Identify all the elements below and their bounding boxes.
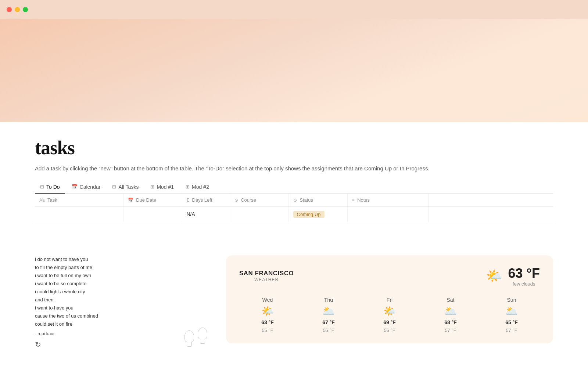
sigma-icon: Σ (187, 198, 189, 203)
forecast-day-fri: Fri 🌤️ 69 °F 56 °F (361, 297, 418, 333)
cell-course[interactable] (230, 206, 288, 222)
circle-icon: ⊙ (234, 198, 238, 203)
bulb-globe-2 (198, 328, 207, 339)
hero-banner (0, 19, 588, 122)
forecast-icon: 🌥️ (322, 305, 335, 317)
col-header-task: Aa Task (35, 194, 123, 207)
page-title: tasks (35, 137, 553, 159)
maximize-button[interactable] (23, 7, 28, 12)
col-header-course: ⊙ Course (230, 194, 288, 207)
table-icon-2: ⊞ (112, 184, 116, 190)
weather-icon-main: 🌤️ (486, 269, 502, 283)
forecast-lo: 56 °F (384, 328, 395, 333)
weather-city: SAN FRANCISCO (239, 270, 294, 277)
forecast-day-sat: Sat 🌥️ 68 °F 57 °F (422, 297, 479, 333)
cell-due[interactable] (123, 206, 182, 222)
forecast-day-name: Sun (507, 297, 516, 303)
quote-card: i do not want to have youto fill the emp… (35, 255, 211, 349)
text-icon: Aa (39, 198, 45, 203)
minimize-button[interactable] (15, 7, 20, 12)
forecast-day-name: Sat (447, 297, 454, 303)
titlebar (0, 0, 588, 19)
status-badge: Coming Up (293, 211, 325, 218)
bulb-globe-1 (184, 330, 194, 342)
notes-icon: ≡ (352, 198, 355, 203)
weather-location: SAN FRANCISCO WEATHER (239, 270, 294, 282)
forecast-lo: 55 °F (262, 328, 273, 333)
calendar-col-icon: 📅 (128, 198, 133, 203)
lightbulb-decoration (184, 328, 208, 349)
bulb-1 (184, 330, 194, 349)
forecast-hi: 63 °F (261, 319, 274, 325)
forecast-day-sun: Sun 🌥️ 65 °F 57 °F (483, 297, 540, 333)
bulb-base-1 (187, 342, 192, 347)
tab-calendar[interactable]: 📅 Calendar (67, 181, 106, 194)
forecast-day-name: Thu (324, 297, 333, 303)
tasks-table: Aa Task 📅 Due Date Σ Days Left ⊙ Course … (35, 194, 553, 222)
table-icon-4: ⊞ (186, 184, 190, 190)
calendar-icon: 📅 (72, 184, 78, 190)
col-header-due: 📅 Due Date (123, 194, 182, 207)
col-header-days: Σ Days Left (182, 194, 230, 207)
cell-notes[interactable] (347, 206, 428, 222)
tab-mod1[interactable]: ⊞ Mod #1 (145, 181, 179, 194)
weather-card: SAN FRANCISCO WEATHER 🌤️ 63 °F few cloud… (226, 255, 553, 343)
bulb-2 (197, 328, 208, 346)
col-header-extra (428, 194, 553, 207)
forecast-lo: 57 °F (445, 328, 456, 333)
close-button[interactable] (7, 7, 12, 12)
col-header-status: ⊙ Status (288, 194, 347, 207)
cell-status[interactable]: Coming Up (288, 206, 347, 222)
table-icon: ⊞ (40, 184, 44, 190)
cell-days[interactable]: N/A (182, 206, 230, 222)
tab-bar: ⊞ To Do 📅 Calendar ⊞ All Tasks ⊞ Mod #1 … (35, 181, 553, 194)
forecast-day-thu: Thu 🌥️ 67 °F 55 °F (300, 297, 357, 333)
cell-task[interactable] (35, 206, 123, 222)
page-content: tasks Add a task by clicking the “new” b… (0, 122, 588, 237)
forecast-day-name: Fri (387, 297, 392, 303)
forecast-day-wed: Wed 🌤️ 63 °F 55 °F (239, 297, 296, 333)
forecast-icon: 🌤️ (261, 305, 274, 317)
forecast-lo: 57 °F (506, 328, 517, 333)
forecast-hi: 69 °F (383, 319, 396, 325)
weather-temp-main: 63 °F (508, 266, 540, 281)
tab-mod2[interactable]: ⊞ Mod #2 (180, 181, 214, 194)
weather-description: few clouds (513, 281, 535, 287)
page-description: Add a task by clicking the “new” button … (35, 164, 476, 173)
weather-header: SAN FRANCISCO WEATHER 🌤️ 63 °F few cloud… (239, 266, 540, 287)
weather-forecast: Wed 🌤️ 63 °F 55 °F Thu 🌥️ 67 °F 55 °F Fr… (239, 297, 540, 333)
bulb-base-2 (200, 339, 205, 344)
refresh-button[interactable]: ↻ (35, 340, 41, 348)
forecast-hi: 67 °F (322, 319, 335, 325)
tab-todo[interactable]: ⊞ To Do (35, 181, 65, 194)
cell-extra (428, 206, 553, 222)
weather-label: WEATHER (239, 277, 294, 282)
forecast-icon: 🌤️ (383, 305, 396, 317)
tab-all-tasks[interactable]: ⊞ All Tasks (107, 181, 144, 194)
status-col-icon: ⊙ (293, 198, 297, 203)
forecast-lo: 55 °F (323, 328, 334, 333)
table-icon-3: ⊞ (150, 184, 154, 190)
forecast-hi: 65 °F (505, 319, 518, 325)
weather-current: 63 °F few clouds (508, 266, 540, 287)
forecast-icon: 🌥️ (444, 305, 457, 317)
forecast-day-name: Wed (262, 297, 273, 303)
forecast-icon: 🌥️ (505, 305, 518, 317)
table-row[interactable]: N/A Coming Up (35, 206, 553, 222)
forecast-hi: 68 °F (444, 319, 457, 325)
col-header-notes: ≡ Notes (347, 194, 428, 207)
bottom-section: i do not want to have youto fill the emp… (0, 255, 588, 349)
quote-text: i do not want to have youto fill the emp… (35, 255, 211, 329)
